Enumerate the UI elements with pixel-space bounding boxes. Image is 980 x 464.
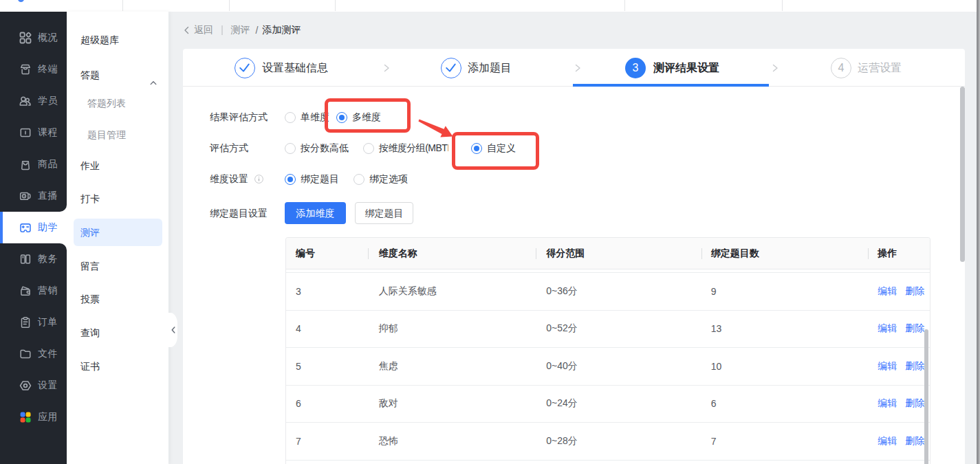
submenu-item-label: 投票 [80,294,100,305]
annotation-arrow [415,113,455,140]
table-scrollbar-thumb[interactable] [924,329,928,464]
app-window: 概况 终端 学员 课程 [0,0,980,464]
sidebar-item-overview[interactable]: 概况 [0,22,67,54]
step-3-circle[interactable]: 3 [625,58,646,78]
radio-circle[interactable] [363,143,374,154]
sidebar-collapse-handle[interactable] [168,313,177,347]
tab-separator [782,0,783,11]
delete-link[interactable]: 删除 [905,435,924,446]
sidebar-item-terminal[interactable]: 终端 [0,54,67,85]
sidebar-item-orders[interactable]: 订单 [0,307,67,338]
submenu-item-answer-list[interactable]: 答题列表 [67,89,168,117]
radio-by-dimension-group[interactable]: 按维度分组(MBTI) [363,142,448,155]
radio-circle-checked[interactable] [285,174,296,185]
submenu-item-messages[interactable]: 留言 [67,252,168,280]
sidebar-item-students[interactable]: 学员 [0,85,67,117]
edit-link[interactable]: 编辑 [878,322,897,333]
back-label: 返回 [194,24,213,36]
live-camera-icon [19,190,32,202]
cell-actions: 编辑删除 [868,285,930,298]
edit-link[interactable]: 编辑 [878,397,897,408]
radio-label: 绑定题目 [296,173,339,186]
col-header-label: 维度名称 [379,247,417,258]
cell-question-count: 6 [701,398,868,409]
step-2-circle[interactable] [441,58,461,78]
edit-link[interactable]: 编辑 [878,285,897,296]
submenu-item-super-question-bank[interactable]: 超级题库 [67,26,168,54]
submenu-item-assessment[interactable]: 测评 [74,219,162,246]
sidebar-item-academics[interactable]: 教务 [0,243,67,275]
submenu-item-homework[interactable]: 作业 [67,152,168,179]
radio-bind-options[interactable]: 绑定选项 [353,173,408,186]
radio-by-score[interactable]: 按分数高低 [285,142,349,155]
submenu-item-label: 证书 [80,361,100,372]
col-header-count: 绑定题目数 [701,238,868,269]
step-4-circle[interactable]: 4 [831,58,851,78]
delete-link[interactable]: 删除 [905,322,924,333]
step-3-label[interactable]: 测评结果设置 [653,49,719,87]
submenu-item-question-management[interactable]: 题目管理 [67,121,168,148]
submenu-item-answering[interactable]: 答题 [67,61,168,89]
sidebar-item-label: 学员 [38,95,58,107]
sidebar-item-label: 教务 [38,253,58,265]
submenu-item-query[interactable]: 查询 [67,319,168,346]
sidebar-item-label: 课程 [38,126,58,139]
sidebar-item-label: 终端 [38,63,58,76]
delete-link[interactable]: 删除 [905,397,924,408]
breadcrumb-parent[interactable]: 测评 [231,24,250,36]
cell-question-count: 9 [701,286,868,297]
sidebar-item-settings[interactable]: 设置 [0,370,67,401]
sidebar-item-files[interactable]: 文件 [0,338,67,370]
bind-question-button[interactable]: 绑定题目 [355,202,413,224]
goods-bag-icon [19,158,32,170]
sidebar-item-courses[interactable]: 课程 [0,117,67,148]
back-button[interactable]: 返回 [183,24,213,36]
form-label-dimension-setting: 维度设置 [210,173,263,186]
sidebar-item-study-aid[interactable]: 助学 [0,212,67,243]
check-icon [235,58,254,77]
favicon-dot [18,0,24,2]
check-icon [442,58,460,77]
delete-link[interactable]: 删除 [905,360,924,371]
cell-actions: 编辑删除 [868,397,930,410]
overview-grid-icon [19,32,32,44]
step-1-label[interactable]: 设置基础信息 [262,49,328,87]
radio-circle[interactable] [353,174,364,185]
sidebar-item-label: 助学 [38,221,58,234]
academic-book-icon [19,253,32,265]
form-label-text: 维度设置 [210,173,248,184]
cell-dimension-name: 敌对 [368,397,536,410]
sidebar-item-label: 直播 [38,190,58,202]
order-clipboard-icon [19,316,32,329]
edit-link[interactable]: 编辑 [878,360,897,371]
submenu-item-voting[interactable]: 投票 [67,285,168,313]
radio-single-dimension[interactable]: 单维度 [285,111,329,124]
secondary-sidebar: 超级题库 答题 答题列表 题目管理 作业 打卡 测评 留言 投票 查询 证书 [67,12,168,464]
submenu-item-certificate[interactable]: 证书 [67,353,168,380]
sidebar-item-apps[interactable]: 应用 [0,401,67,433]
step-2-label[interactable]: 添加题目 [468,49,512,87]
sidebar-item-goods[interactable]: 商品 [0,148,67,180]
cell-score-range: 0~24分 [536,397,701,410]
edit-link[interactable]: 编辑 [878,435,897,446]
step-4-label[interactable]: 运营设置 [858,49,902,87]
browser-tab-strip [0,0,980,12]
info-circle-icon[interactable] [254,175,263,186]
radio-circle[interactable] [285,112,296,123]
submenu-item-checkin[interactable]: 打卡 [67,185,168,212]
breadcrumb: 返回 ｜ 测评 / 添加测评 [168,12,980,49]
radio-bind-questions[interactable]: 绑定题目 [285,173,339,186]
cell-no: 6 [286,398,368,409]
delete-link[interactable]: 删除 [905,285,924,296]
sidebar-item-label: 文件 [38,348,58,360]
page-scrollbar-thumb[interactable] [960,87,965,262]
sidebar-item-marketing[interactable]: 营销 [0,275,67,307]
cell-no: 3 [286,286,368,297]
step-separator-icon [382,63,391,75]
step-1-circle[interactable] [235,58,255,78]
form-label-bind-question-setting: 绑定题目设置 [210,208,268,220]
add-dimension-button[interactable]: 添加维度 [285,202,346,224]
sidebar-item-live[interactable]: 直播 [0,180,67,212]
tab-separator [335,0,336,11]
radio-circle[interactable] [285,143,296,154]
